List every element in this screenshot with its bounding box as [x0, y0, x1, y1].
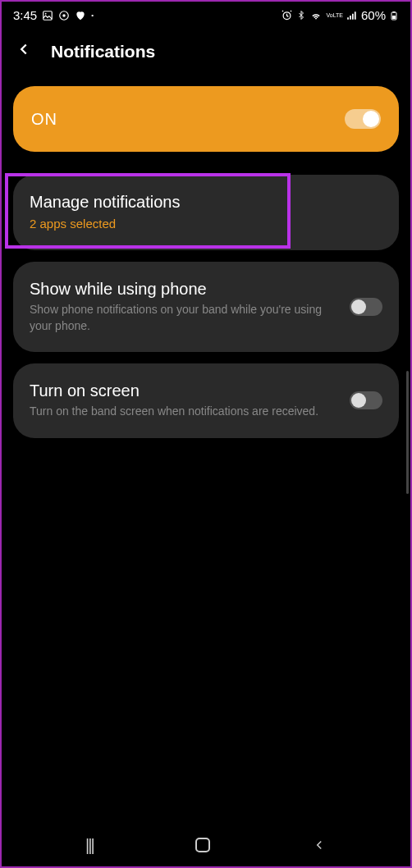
svg-point-1 [45, 12, 47, 14]
manage-notifications-card[interactable]: Manage notifications 2 apps selected [13, 175, 399, 250]
nav-home-button[interactable] [195, 838, 210, 852]
navigation-bar: ||| [2, 824, 410, 866]
back-button[interactable] [15, 40, 33, 63]
page-title: Notifications [51, 42, 155, 62]
svg-point-3 [62, 14, 66, 17]
svg-rect-0 [43, 11, 53, 20]
content-area: ON Manage notifications 2 apps selected … [2, 80, 410, 438]
nav-recent-button[interactable]: ||| [85, 836, 94, 855]
setting-subtitle: 2 apps selected [30, 215, 382, 232]
toggle-thumb [351, 299, 366, 314]
turn-on-screen-card[interactable]: Turn on screen Turn on the band screen w… [13, 363, 399, 438]
status-bar: 3:45 • VoLTE 60% [2, 2, 410, 25]
svg-rect-7 [392, 16, 396, 19]
turn-on-screen-toggle[interactable] [350, 391, 382, 409]
setting-subtitle: Turn on the band screen when notificatio… [30, 404, 336, 420]
svg-rect-6 [393, 11, 396, 13]
master-toggle-card[interactable]: ON [13, 86, 399, 152]
battery-icon [389, 9, 399, 22]
nav-back-button[interactable] [312, 838, 327, 852]
setting-title: Turn on screen [30, 381, 336, 400]
master-toggle-label: ON [31, 110, 57, 129]
volte-icon: VoLTE [326, 12, 343, 18]
circle-icon [58, 10, 70, 21]
app-header: Notifications [2, 25, 410, 80]
wifi-icon [309, 10, 323, 21]
status-left: 3:45 • [13, 8, 94, 22]
master-toggle-switch[interactable] [345, 109, 381, 129]
image-icon [42, 10, 53, 21]
heart-icon [75, 10, 86, 21]
status-time: 3:45 [13, 8, 37, 22]
show-while-using-toggle[interactable] [350, 298, 382, 316]
status-right: VoLTE 60% [281, 8, 399, 22]
show-while-using-phone-card[interactable]: Show while using phone Show phone notifi… [13, 262, 399, 352]
toggle-thumb [351, 393, 366, 408]
edge-panel-indicator[interactable] [406, 371, 409, 494]
setting-title: Manage notifications [30, 193, 382, 212]
signal-icon [346, 10, 358, 21]
setting-text: Show while using phone Show phone notifi… [30, 280, 336, 334]
status-dot: • [91, 11, 94, 19]
bluetooth-icon [296, 9, 306, 21]
alarm-icon [281, 9, 293, 21]
setting-subtitle: Show phone notifications on your band wh… [30, 302, 336, 334]
setting-title: Show while using phone [30, 280, 336, 299]
toggle-thumb [363, 111, 379, 127]
setting-text: Turn on screen Turn on the band screen w… [30, 381, 336, 420]
battery-percent: 60% [361, 8, 386, 22]
